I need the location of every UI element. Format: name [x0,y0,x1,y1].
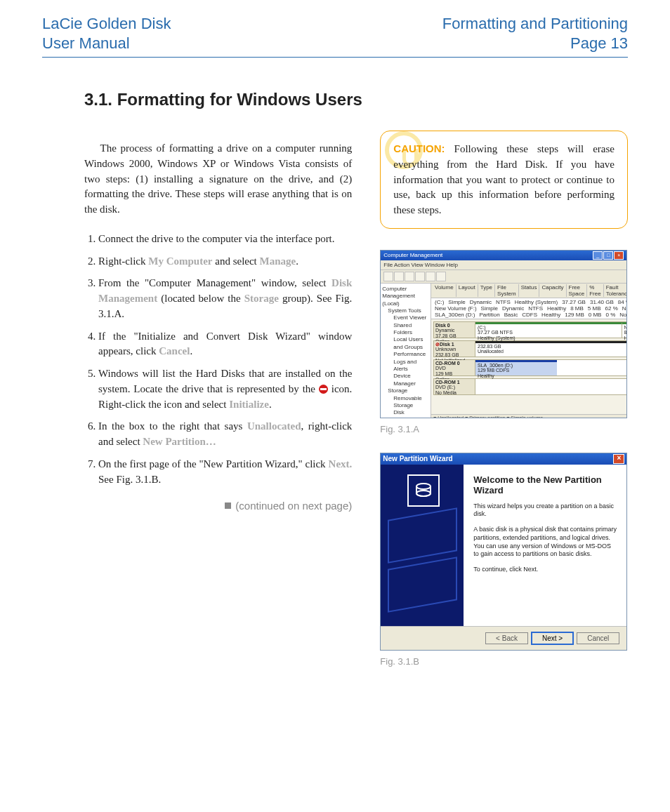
step-1: Connect the drive to the computer via th… [98,232,352,247]
page-header: LaCie Golden Disk User Manual Formatting… [42,14,628,58]
caution-box: CAUTION: Following these steps will eras… [380,131,628,229]
body-column: The process of formatting a drive on a c… [84,131,352,512]
step-2: Right-click My Computer and select Manag… [98,254,352,269]
tree-disk-defrag[interactable]: Disk Defragmenter [393,409,429,418]
figure-a-caption: Fig. 3.1.A [380,424,628,434]
tree-storage[interactable]: Storage [388,387,429,394]
svg-point-1 [416,491,431,496]
intro-paragraph: The process of formatting a drive on a c… [84,141,352,218]
volume-row[interactable]: New Volume (F:)SimpleDynamicNTFSHealthy8… [433,305,627,312]
sidebar-column: CAUTION: Following these steps will eras… [380,131,628,685]
term-manage: Manage [260,255,296,267]
volume-row[interactable]: (C:)SimpleDynamicNTFSHealthy (System)37.… [433,299,627,305]
wizard-text-1: This wizard helps you create a partition… [473,502,617,519]
bullet-square-icon [225,502,231,509]
maximize-button[interactable]: □ [603,251,613,260]
tree-device-manager[interactable]: Device Manager [393,373,429,387]
volume-row[interactable]: SLA_300en (D:)PartitionBasicCDFSHealthy1… [433,312,627,318]
minimize-button[interactable]: _ [593,251,603,260]
wizard-heading: Welcome to the New Partition Wizard [473,474,617,495]
toolbar-properties-icon[interactable] [426,272,435,281]
term-my-computer: My Computer [148,255,212,267]
toolbar-back-icon[interactable] [383,272,393,281]
step-6: In the box to the right that says Unallo… [98,419,352,450]
toolbar-up-icon[interactable] [405,272,414,281]
step-7: On the first page of the "New Partition … [98,457,352,488]
term-initialize: Initialize [229,399,269,410]
continued-note: (continued on next page) [84,500,352,512]
step-4: If the "Initialize and Convert Disk Wiza… [98,329,352,360]
disk-stack-icon [407,474,440,507]
wizard-title: New Partition Wizard [383,455,452,462]
menu-bar[interactable]: File Action View Window Help [381,260,626,270]
volume-list-header: VolumeLayoutTypeFile SystemStatusCapacit… [431,284,627,298]
wizard-footer: < BackNext >Cancel [381,626,626,650]
tree-system-tools[interactable]: System Tools [388,307,429,314]
toolbar-refresh-icon[interactable] [415,272,425,281]
header-product: LaCie Golden Disk [42,14,171,34]
nav-tree[interactable]: Computer Management (Local) System Tools… [381,284,431,418]
term-new-partition: New Partition… [143,436,216,447]
disk-1[interactable]: ⊘Disk 1Unknown232.83 GBNot Initialized 2… [433,340,627,357]
term-storage: Storage [244,293,279,304]
window-titlebar: Computer Management _□× [381,251,626,260]
tree-perf-logs[interactable]: Performance Logs and Alerts [393,351,429,373]
steps-list: Connect the drive to the computer via th… [84,232,352,488]
caution-label: CAUTION: [393,142,445,154]
wizard-text-2: A basic disk is a physical disk that con… [473,526,617,559]
close-button[interactable]: × [614,251,624,260]
disk-outline-icon [388,507,457,563]
tree-shared-folders[interactable]: Shared Folders [393,322,429,337]
no-entry-icon [319,385,328,394]
term-cancel: Cancel [159,345,190,357]
disk-0[interactable]: Disk 0Dynamic37.28 GBOnline (C:)37.27 GB… [433,321,627,338]
cdrom-0[interactable]: CD-ROM 0DVD129 MBOnline SLA_300en (D:)12… [433,359,627,376]
step-3: From the "Computer Management" window, s… [98,276,352,321]
legend-bar: ■ Unallocated ■ Primary partition ■ Simp… [431,414,627,418]
step-5: Windows will list the Hard Disks that ar… [98,366,352,412]
figure-computer-management: Computer Management _□× File Action View… [380,250,627,418]
section-title: 3.1. Formatting for Windows Users [84,90,628,109]
toolbar[interactable] [381,270,626,284]
toolbar-forward-icon[interactable] [394,272,404,281]
figure-b-caption: Fig. 3.1.B [380,656,628,667]
toolbar-help-icon[interactable] [436,272,446,281]
cdrom-1[interactable]: CD-ROM 1DVD (E:)No Media [433,378,627,395]
wizard-text-3: To continue, click Next. [473,566,617,574]
header-doc-type: User Manual [42,34,171,53]
header-page-number: Page 13 [442,34,628,53]
disk-outline-icon [388,557,457,612]
next-button[interactable]: Next > [531,632,574,645]
tree-removable-storage[interactable]: Removable Storage [393,395,429,410]
cancel-button[interactable]: Cancel [577,632,619,644]
back-button[interactable]: < Back [485,632,528,644]
tree-local-users[interactable]: Local Users and Groups [393,336,429,351]
volume-list[interactable]: (C:)SimpleDynamicNTFSHealthy (System)37.… [431,298,627,319]
figure-partition-wizard: New Partition Wizard × Welcome to the Ne… [380,453,627,651]
tree-root[interactable]: Computer Management (Local) [382,286,429,307]
window-title: Computer Management [383,252,442,258]
disk-pane[interactable]: Disk 0Dynamic37.28 GBOnline (C:)37.27 GB… [431,319,627,414]
tree-event-viewer[interactable]: Event Viewer [393,314,429,321]
svg-point-0 [416,484,431,489]
header-chapter: Formatting and Partitioning [442,14,628,34]
wizard-banner [381,465,464,626]
close-button[interactable]: × [613,454,624,464]
term-unallocated: Unallocated [247,420,301,432]
term-next: Next. [329,458,353,470]
